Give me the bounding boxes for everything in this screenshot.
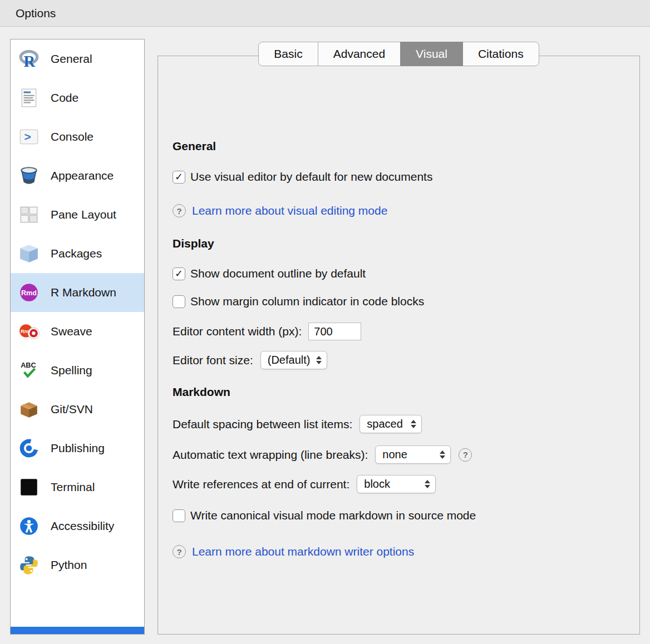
help-icon[interactable]: ? [459, 448, 472, 462]
pane-grid-icon [18, 204, 40, 226]
sidebar-item-label: Spelling [51, 364, 92, 377]
section-heading: General [173, 140, 216, 153]
sidebar-item-label: Terminal [51, 480, 95, 494]
sidebar-item-label: Code [51, 91, 78, 105]
list-spacing-row: Default spacing between list items: spac… [173, 415, 422, 433]
section-heading: Display [173, 237, 214, 250]
sidebar-item-label: Publishing [51, 442, 105, 455]
help-icon[interactable]: ? [173, 545, 186, 558]
sidebar-item-label: Sweave [51, 325, 92, 338]
window-title-bar: Options [0, 0, 650, 27]
sidebar-item-sweave[interactable]: Rnw Sweave [11, 312, 144, 351]
section-heading: Markdown [173, 385, 230, 399]
list-spacing-select[interactable]: spaced [360, 415, 422, 433]
console-prompt-icon: > [18, 126, 40, 148]
margin-indicator-row: ✓ Show margin column indicator in code b… [173, 295, 424, 308]
tab-visual[interactable]: Visual [400, 42, 463, 66]
use-visual-editor-checkbox[interactable]: ✓ [173, 171, 185, 184]
paint-bucket-icon [18, 165, 40, 187]
window-title: Options [16, 7, 56, 20]
svg-text:R: R [24, 53, 36, 70]
sidebar-item-git-svn[interactable]: Git/SVN [11, 390, 144, 429]
rmarkdown-icon: Rmd [18, 281, 40, 304]
checkbox-label: Use visual editor by default for new doc… [190, 170, 432, 184]
display-section-heading-row: Display [173, 237, 214, 250]
svg-text:ABC: ABC [21, 361, 36, 369]
tab-basic[interactable]: Basic [258, 42, 318, 66]
learn-visual-editing-link[interactable]: Learn more about visual editing mode [192, 204, 387, 217]
check-icon: ✓ [175, 172, 183, 182]
sidebar-bottom-highlight [11, 627, 144, 634]
selected-value: none [382, 448, 407, 461]
field-label: Default spacing between list items: [173, 418, 352, 431]
document-outline-row: ✓ Show document outline by default [173, 267, 366, 280]
text-wrapping-row: Automatic text wrapping (line breaks): n… [173, 445, 472, 464]
selected-value: block [364, 478, 390, 491]
sidebar-item-label: Console [51, 130, 93, 143]
sidebar-item-python[interactable]: Python [11, 546, 144, 584]
general-section-heading-row: General [173, 140, 216, 153]
spellcheck-icon: ABC [18, 359, 40, 382]
code-file-icon [18, 87, 40, 109]
editor-font-size-row: Editor font size: (Default) [173, 351, 327, 369]
visual-settings-panel: General ✓ Use visual editor by default f… [157, 56, 640, 635]
write-references-select[interactable]: block [357, 475, 436, 493]
sidebar-item-accessibility[interactable]: Accessibility [11, 507, 144, 546]
markdown-writer-help-row: ? Learn more about markdown writer optio… [173, 545, 414, 558]
question-glyph: ? [463, 450, 468, 459]
editor-content-width-row: Editor content width (px): [173, 323, 361, 340]
field-label: Automatic text wrapping (line breaks): [173, 448, 368, 462]
python-icon [18, 554, 40, 576]
sidebar-item-terminal[interactable]: Terminal [11, 468, 144, 507]
checkbox-label: Write canonical visual mode markdown in … [190, 509, 476, 522]
question-glyph: ? [176, 547, 181, 557]
svg-text:>: > [24, 130, 31, 143]
sidebar-item-label: R Markdown [51, 286, 116, 299]
text-wrapping-select[interactable]: none [375, 445, 451, 464]
sidebar-item-general[interactable]: R General [11, 39, 144, 78]
visual-editing-help-row: ? Learn more about visual editing mode [173, 204, 387, 217]
selected-value: (Default) [268, 354, 311, 366]
sweave-icon: Rnw [18, 320, 40, 343]
r-logo-icon: R [18, 48, 40, 70]
markdown-section-heading-row: Markdown [173, 385, 230, 399]
sidebar-item-spelling[interactable]: ABC Spelling [11, 351, 144, 390]
options-dialog: R General Code > Console Appearance [0, 27, 650, 643]
margin-indicator-checkbox[interactable]: ✓ [173, 295, 185, 308]
canonical-markdown-checkbox[interactable]: ✓ [173, 509, 185, 522]
sidebar-item-appearance[interactable]: Appearance [11, 156, 144, 195]
sidebar-item-console[interactable]: > Console [11, 117, 144, 156]
sidebar-item-code[interactable]: Code [11, 78, 144, 117]
canonical-markdown-row: ✓ Write canonical visual mode markdown i… [173, 509, 476, 522]
publishing-swirl-icon [18, 437, 40, 459]
tab-citations[interactable]: Citations [462, 42, 539, 66]
sidebar-item-packages[interactable]: Packages [11, 234, 144, 273]
package-cube-icon [18, 242, 40, 265]
learn-markdown-writer-link[interactable]: Learn more about markdown writer options [192, 545, 414, 558]
sidebar-item-r-markdown[interactable]: Rmd R Markdown [11, 273, 144, 312]
stepper-arrows-icon [411, 420, 416, 428]
sidebar-item-label: Appearance [51, 169, 114, 182]
editor-font-size-select[interactable]: (Default) [260, 351, 327, 369]
stepper-arrows-icon [440, 450, 445, 459]
terminal-icon [18, 476, 40, 498]
help-icon[interactable]: ? [173, 204, 186, 217]
sidebar-item-pane-layout[interactable]: Pane Layout [11, 195, 144, 234]
document-outline-checkbox[interactable]: ✓ [173, 267, 185, 280]
sidebar-item-label: Accessibility [51, 519, 114, 533]
write-references-row: Write references at end of current: bloc… [173, 475, 436, 493]
sidebar-item-label: Pane Layout [51, 208, 116, 221]
editor-content-width-input[interactable] [308, 323, 361, 340]
options-sidebar: R General Code > Console Appearance [10, 39, 145, 635]
selected-value: spaced [367, 418, 403, 430]
field-label: Editor content width (px): [173, 325, 302, 338]
tab-advanced[interactable]: Advanced [318, 42, 401, 66]
field-label: Write references at end of current: [173, 478, 349, 491]
checkbox-label: Show document outline by default [190, 267, 366, 280]
check-icon: ✓ [175, 269, 183, 279]
stepper-arrows-icon [316, 356, 322, 364]
tab-bar: Basic Advanced Visual Citations [157, 42, 640, 66]
question-glyph: ? [176, 206, 181, 216]
sidebar-item-publishing[interactable]: Publishing [11, 429, 144, 468]
checkbox-label: Show margin column indicator in code blo… [190, 295, 424, 308]
